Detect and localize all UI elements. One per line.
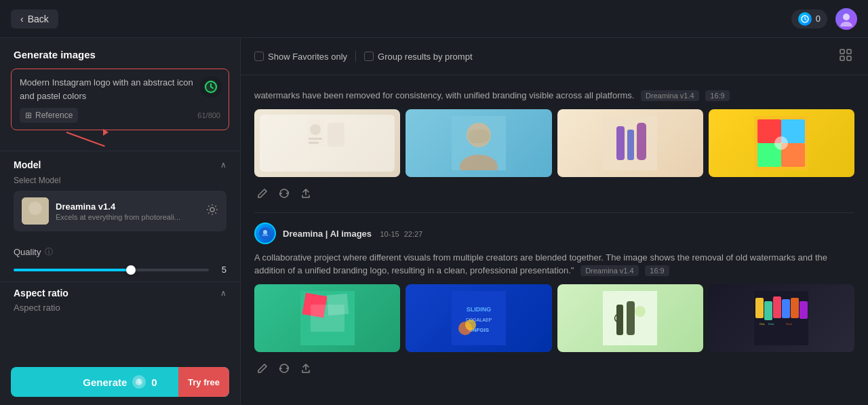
model-info: Dreamina v1.4 Excels at everything from …	[56, 201, 199, 221]
quality-value: 5	[216, 265, 226, 275]
group-by-prompt-checkbox[interactable]	[364, 52, 374, 61]
model-section-title: Model	[14, 159, 41, 170]
credit-icon	[798, 12, 812, 26]
feed-1-edit-button[interactable]	[254, 185, 271, 201]
back-button[interactable]: ‹ Back	[11, 9, 58, 28]
main-layout: Generate images Modern Instagram logo wi…	[0, 38, 868, 405]
model-thumbnail	[22, 197, 49, 225]
grid-view-button[interactable]	[837, 46, 854, 66]
select-model-label: Select Model	[14, 176, 226, 185]
svg-rect-16	[309, 138, 322, 140]
toolbar-separator	[355, 51, 356, 62]
feed-2-image-2[interactable]: SLIDING COGALAEP BNFGIS	[406, 284, 551, 352]
svg-rect-46	[627, 301, 635, 335]
svg-text:SLIDING: SLIDING	[467, 306, 492, 313]
back-label: Back	[28, 14, 49, 24]
prompt-text: Modern Instagram logo with an abstract i…	[20, 76, 220, 102]
svg-rect-45	[616, 305, 623, 335]
feed-2-date: 10-15 22:27	[380, 230, 423, 238]
model-name: Dreamina v1.4	[56, 201, 199, 212]
quality-slider-thumb[interactable]	[126, 265, 136, 275]
quality-info-icon: ⓘ	[45, 246, 53, 258]
feed-2-image-4[interactable]: Orla Dela Orxd	[709, 284, 854, 352]
aspect-ratio-label: Aspect ratio	[14, 303, 226, 313]
svg-point-43	[465, 320, 476, 330]
feed-2-image-1[interactable]	[254, 284, 400, 352]
feed-1-desc-text: watermarks have been removed for consist…	[254, 90, 634, 100]
image-blue-branding: SLIDING COGALAEP BNFGIS	[406, 284, 551, 352]
panel-header: Generate images	[0, 38, 240, 69]
feed-1-image-1[interactable]	[254, 109, 400, 177]
svg-point-15	[310, 124, 321, 135]
prompt-logo	[200, 76, 222, 98]
svg-rect-50	[764, 301, 772, 320]
feed-1-refresh-button[interactable]	[276, 185, 292, 201]
feed-entry-1: watermarks have been removed for consist…	[254, 89, 854, 201]
feed-2-edit-button[interactable]	[254, 360, 271, 377]
feed-2-refresh-button[interactable]	[276, 360, 292, 377]
aspect-ratio-chevron-icon: ∧	[220, 288, 226, 298]
show-favorites-toggle[interactable]: Show Favorites only	[254, 52, 347, 62]
svg-point-5	[29, 201, 41, 214]
panel-title: Generate images	[14, 49, 96, 60]
model-section-header[interactable]: Model ∧	[14, 159, 226, 170]
svg-rect-14	[328, 123, 344, 147]
image-dark-cans: Orla Dela Orxd	[709, 284, 854, 352]
reference-icon: ⊞	[25, 111, 32, 120]
svg-rect-12	[847, 56, 851, 60]
generate-text: Generate	[83, 377, 127, 388]
feed-1-image-2[interactable]	[406, 109, 551, 177]
user-avatar[interactable]	[835, 8, 857, 30]
left-panel: Generate images Modern Instagram logo wi…	[0, 38, 241, 405]
prompt-wrapper: Modern Instagram logo with an abstract i…	[0, 69, 240, 130]
quality-slider-track[interactable]	[14, 269, 209, 271]
svg-rect-23	[616, 126, 625, 160]
aspect-ratio-header[interactable]: Aspect ratio ∧	[14, 288, 226, 298]
reference-label: Reference	[35, 111, 73, 120]
credit-badge: 0	[791, 9, 827, 28]
quality-label: Quality	[14, 247, 41, 257]
model-settings-icon[interactable]	[206, 204, 218, 218]
try-free-label: Try free	[188, 377, 220, 387]
quality-section: Quality ⓘ 5	[0, 239, 240, 282]
generate-button[interactable]: Generate 0 Try free	[11, 367, 229, 397]
aspect-ratio-section: Aspect ratio ∧ Aspect ratio	[0, 282, 240, 318]
feed-1-actions	[254, 185, 854, 201]
show-favorites-checkbox[interactable]	[254, 52, 264, 61]
feed-1-image-3[interactable]	[557, 109, 703, 177]
svg-point-47	[635, 306, 646, 317]
feed-2-description: A collaborative project where different …	[254, 251, 854, 277]
svg-rect-54	[800, 301, 808, 319]
model-card[interactable]: Dreamina v1.4 Excels at everything from …	[14, 191, 226, 231]
model-description: Excels at everything from photoreali...	[56, 213, 199, 221]
feed-1-ratio-badge: 16:9	[705, 90, 729, 101]
group-by-prompt-toggle[interactable]: Group results by prompt	[364, 52, 472, 62]
feed-1-image-4[interactable]	[709, 109, 854, 177]
svg-rect-4	[22, 197, 49, 225]
prompt-box[interactable]: Modern Instagram logo with an abstract i…	[11, 69, 229, 130]
feed-2-author-row: Dreamina | AI images 10-15 22:27	[254, 223, 854, 244]
generate-credits: 0	[151, 377, 157, 388]
feed-2-actions	[254, 360, 854, 377]
aspect-ratio-title: Aspect ratio	[14, 288, 68, 298]
feed-2-image-3[interactable]	[557, 284, 703, 352]
back-icon: ‹	[20, 14, 24, 24]
svg-rect-25	[637, 123, 646, 160]
toolbar-right	[837, 46, 854, 66]
image-geometric	[254, 284, 400, 352]
feed-1-share-button[interactable]	[298, 185, 314, 201]
svg-rect-52	[782, 299, 790, 318]
svg-rect-21	[468, 130, 490, 143]
reference-button[interactable]: ⊞ Reference	[20, 108, 78, 123]
feed-2-ratio-badge: 16:9	[645, 265, 669, 276]
top-nav: ‹ Back 0	[0, 0, 868, 38]
svg-point-33	[263, 230, 267, 234]
char-count: 61/800	[197, 111, 220, 119]
feed-2-model-badge: Dreamina v1.4	[580, 265, 639, 276]
svg-rect-53	[791, 298, 799, 318]
svg-point-6	[26, 216, 45, 225]
svg-text:Orla: Orla	[760, 322, 765, 326]
feed-2-share-button[interactable]	[298, 360, 314, 377]
svg-point-2	[840, 22, 852, 26]
generate-credits-icon	[132, 375, 146, 389]
